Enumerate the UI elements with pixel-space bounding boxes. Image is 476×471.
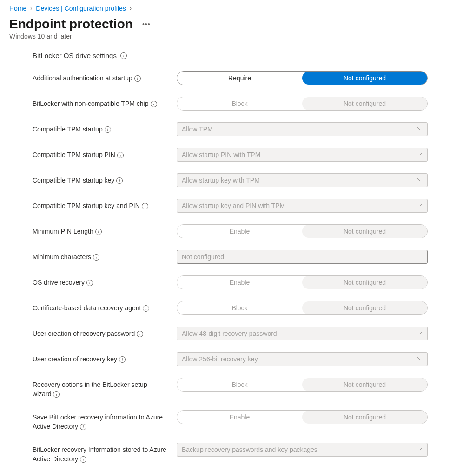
toggle-save-recovery-aad: Enable Not configured bbox=[177, 410, 428, 424]
toggle-non-compat-tpm: Block Not configured bbox=[177, 97, 428, 111]
setting-label: Recovery options in the BitLocker setup … bbox=[33, 378, 167, 399]
select-recovery-info-stored: Backup recovery passwords and key packag… bbox=[177, 443, 428, 457]
toggle-option-not-configured: Not configured bbox=[302, 301, 427, 314]
setting-compat-tpm-key-pin: Compatible TPM startup key and PINi Allo… bbox=[33, 199, 467, 213]
select-user-recovery-key: Allow 256-bit recovery key bbox=[177, 352, 428, 366]
setting-label: BitLocker recovery Information stored to… bbox=[33, 443, 167, 464]
page-subtitle: Windows 10 and later bbox=[9, 33, 467, 40]
chevron-down-icon bbox=[417, 446, 423, 453]
toggle-option-not-configured: Not configured bbox=[302, 411, 427, 424]
info-icon[interactable]: i bbox=[53, 391, 60, 398]
toggle-option-not-configured: Not configured bbox=[302, 225, 427, 238]
setting-label: Compatible TPM startup key and PINi bbox=[33, 199, 167, 211]
setting-label: Compatible TPM startup keyi bbox=[33, 173, 167, 185]
info-icon[interactable]: i bbox=[95, 229, 102, 235]
chevron-right-icon: › bbox=[30, 5, 32, 12]
toggle-recovery-options-wizard: Block Not configured bbox=[177, 378, 428, 392]
setting-compat-tpm-key: Compatible TPM startup keyi Allow startu… bbox=[33, 173, 467, 187]
toggle-option-not-configured: Not configured bbox=[302, 97, 427, 110]
toggle-option-enable: Enable bbox=[177, 411, 302, 424]
info-icon[interactable]: i bbox=[80, 424, 86, 430]
toggle-option-enable: Enable bbox=[177, 225, 302, 238]
info-icon[interactable]: i bbox=[116, 177, 123, 184]
info-icon[interactable]: i bbox=[119, 356, 126, 363]
info-icon[interactable]: i bbox=[80, 456, 86, 463]
toggle-option-not-configured[interactable]: Not configured bbox=[302, 72, 427, 85]
info-icon[interactable]: i bbox=[93, 254, 99, 261]
toggle-option-block: Block bbox=[177, 97, 302, 110]
toggle-cert-recovery-agent: Block Not configured bbox=[177, 301, 428, 315]
setting-label: BitLocker with non-compatible TPM chipi bbox=[33, 97, 167, 109]
chevron-down-icon bbox=[417, 355, 423, 363]
toggle-option-require[interactable]: Require bbox=[177, 72, 302, 85]
info-icon[interactable]: i bbox=[105, 126, 111, 133]
info-icon[interactable]: i bbox=[117, 152, 124, 158]
toggle-option-enable: Enable bbox=[177, 276, 302, 289]
toggle-option-not-configured: Not configured bbox=[302, 378, 427, 391]
toggle-min-pin-length: Enable Not configured bbox=[177, 224, 428, 238]
section-header-text: BitLocker OS drive settings bbox=[33, 52, 117, 59]
chevron-down-icon bbox=[417, 330, 423, 337]
toggle-auth-startup[interactable]: Require Not configured bbox=[177, 71, 428, 85]
select-compat-tpm-key-pin: Allow startup key and PIN with TPM bbox=[177, 199, 428, 213]
info-icon[interactable]: i bbox=[151, 101, 157, 107]
select-compat-tpm-key: Allow startup key with TPM bbox=[177, 173, 428, 187]
setting-os-drive-recovery: OS drive recoveryi Enable Not configured bbox=[33, 275, 467, 289]
input-min-chars: Not configured bbox=[177, 250, 428, 264]
chevron-right-icon: › bbox=[130, 5, 132, 12]
page-header: Endpoint protection ••• bbox=[9, 17, 467, 32]
setting-non-compat-tpm: BitLocker with non-compatible TPM chipi … bbox=[33, 97, 467, 111]
setting-label: Save BitLocker recovery information to A… bbox=[33, 410, 167, 431]
page-title: Endpoint protection bbox=[9, 17, 133, 32]
breadcrumb-home[interactable]: Home bbox=[9, 5, 26, 12]
setting-user-recovery-password: User creation of recovery passwordi Allo… bbox=[33, 327, 467, 340]
chevron-down-icon bbox=[417, 202, 423, 209]
select-user-recovery-password: Allow 48-digit recovery password bbox=[177, 327, 428, 340]
setting-cert-recovery-agent: Certificate-based data recovery agenti B… bbox=[33, 301, 467, 315]
chevron-down-icon bbox=[417, 177, 423, 184]
toggle-option-not-configured: Not configured bbox=[302, 276, 427, 289]
info-icon[interactable]: i bbox=[120, 52, 127, 59]
breadcrumb: Home › Devices | Configuration profiles … bbox=[9, 5, 467, 12]
chevron-down-icon bbox=[417, 125, 423, 133]
chevron-down-icon bbox=[417, 151, 423, 158]
setting-label: Compatible TPM startupi bbox=[33, 122, 167, 134]
setting-compat-tpm-startup: Compatible TPM startupi Allow TPM bbox=[33, 122, 467, 136]
info-icon[interactable]: i bbox=[137, 331, 143, 337]
select-compat-tpm-pin: Allow startup PIN with TPM bbox=[177, 148, 428, 162]
setting-compat-tpm-pin: Compatible TPM startup PINi Allow startu… bbox=[33, 148, 467, 162]
toggle-option-block: Block bbox=[177, 378, 302, 391]
toggle-os-drive-recovery: Enable Not configured bbox=[177, 275, 428, 289]
toggle-option-block: Block bbox=[177, 301, 302, 314]
info-icon[interactable]: i bbox=[143, 305, 149, 312]
setting-label: Minimum charactersi bbox=[33, 250, 167, 262]
setting-recovery-info-stored: BitLocker recovery Information stored to… bbox=[33, 443, 467, 464]
info-icon[interactable]: i bbox=[86, 280, 93, 286]
section-header: BitLocker OS drive settings i bbox=[33, 52, 467, 59]
setting-recovery-options-wizard: Recovery options in the BitLocker setup … bbox=[33, 378, 467, 399]
setting-label: User creation of recovery keyi bbox=[33, 352, 167, 364]
more-actions-button[interactable]: ••• bbox=[142, 20, 151, 28]
setting-min-pin-length: Minimum PIN Lengthi Enable Not configure… bbox=[33, 224, 467, 238]
setting-save-recovery-aad: Save BitLocker recovery information to A… bbox=[33, 410, 467, 431]
setting-label: Compatible TPM startup PINi bbox=[33, 148, 167, 160]
setting-auth-startup: Additional authentication at startupi Re… bbox=[33, 71, 467, 85]
setting-label: Certificate-based data recovery agenti bbox=[33, 301, 167, 313]
info-icon[interactable]: i bbox=[142, 203, 148, 209]
setting-min-chars: Minimum charactersi Not configured bbox=[33, 250, 467, 264]
select-compat-tpm-startup: Allow TPM bbox=[177, 122, 428, 136]
breadcrumb-devices[interactable]: Devices | Configuration profiles bbox=[36, 5, 126, 12]
info-icon[interactable]: i bbox=[134, 75, 141, 82]
setting-label: Additional authentication at startupi bbox=[33, 71, 167, 83]
setting-label: User creation of recovery passwordi bbox=[33, 327, 167, 339]
setting-label: OS drive recoveryi bbox=[33, 275, 167, 288]
setting-user-recovery-key: User creation of recovery keyi Allow 256… bbox=[33, 352, 467, 366]
setting-label: Minimum PIN Lengthi bbox=[33, 224, 167, 236]
